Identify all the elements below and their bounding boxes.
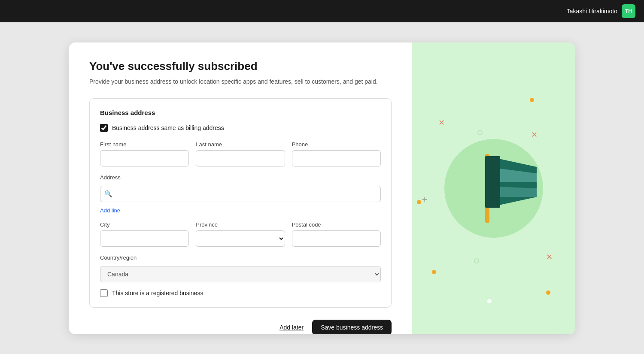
user-name: Takashi Hirakimoto (567, 8, 617, 15)
modal-card: You've successfully subscribed Provide y… (69, 42, 575, 334)
address-row: Address 🔍 Add line (100, 174, 381, 214)
footer-actions: Add later Save business address (89, 320, 392, 334)
last-name-input[interactable] (196, 150, 285, 166)
registered-business-checkbox[interactable] (100, 289, 108, 297)
same-as-billing-label: Business address same as billing address (112, 124, 224, 131)
country-row: Country/region Canada (100, 254, 381, 282)
user-info: Takashi Hirakimoto TH (567, 4, 635, 18)
postal-code-field: Postal code (292, 221, 381, 247)
postal-code-input[interactable] (292, 230, 381, 247)
registered-business-row: This store is a registered business (100, 289, 381, 297)
postal-code-label: Postal code (292, 221, 381, 228)
last-name-field: Last name (196, 141, 285, 166)
section-title: Business address (100, 109, 381, 116)
city-label: City (100, 221, 189, 228)
page-subtitle: Provide your business address to unlock … (89, 77, 392, 86)
main-content: You've successfully subscribed Provide y… (0, 22, 644, 354)
user-avatar[interactable]: TH (622, 4, 635, 18)
same-as-billing-checkbox[interactable] (100, 124, 108, 132)
same-as-billing-row: Business address same as billing address (100, 124, 381, 132)
first-name-label: First name (100, 141, 189, 148)
phone-label: Phone (292, 141, 381, 148)
save-business-address-button[interactable]: Save business address (312, 320, 392, 334)
left-panel: You've successfully subscribed Provide y… (69, 42, 412, 334)
city-province-postal-row: City Province Postal code (100, 221, 381, 247)
illustration-wrapper (412, 42, 575, 334)
topbar: Takashi Hirakimoto TH (0, 0, 644, 22)
registered-business-label: This store is a registered business (112, 290, 203, 297)
page-title: You've successfully subscribed (89, 60, 392, 73)
flag-svg (444, 141, 543, 236)
address-label: Address (100, 174, 381, 181)
last-name-label: Last name (196, 141, 285, 148)
province-field: Province (196, 221, 285, 247)
svg-rect-4 (485, 156, 500, 208)
address-input[interactable] (100, 186, 381, 202)
right-panel: ✕ ✕ ✕ + (412, 42, 575, 334)
first-name-field: First name (100, 141, 189, 166)
country-select[interactable]: Canada (100, 266, 381, 282)
add-later-button[interactable]: Add later (279, 324, 304, 331)
country-label: Country/region (100, 254, 381, 261)
phone-input[interactable] (292, 150, 381, 166)
add-line-link[interactable]: Add line (100, 207, 381, 214)
province-select[interactable] (196, 230, 285, 247)
city-input[interactable] (100, 230, 189, 247)
province-label: Province (196, 221, 285, 228)
phone-field: Phone (292, 141, 381, 166)
first-name-input[interactable] (100, 150, 189, 166)
address-input-wrapper: 🔍 (100, 186, 381, 202)
city-field: City (100, 221, 189, 247)
name-phone-row: First name Last name Phone (100, 141, 381, 166)
address-section: Business address Business address same a… (89, 98, 392, 308)
